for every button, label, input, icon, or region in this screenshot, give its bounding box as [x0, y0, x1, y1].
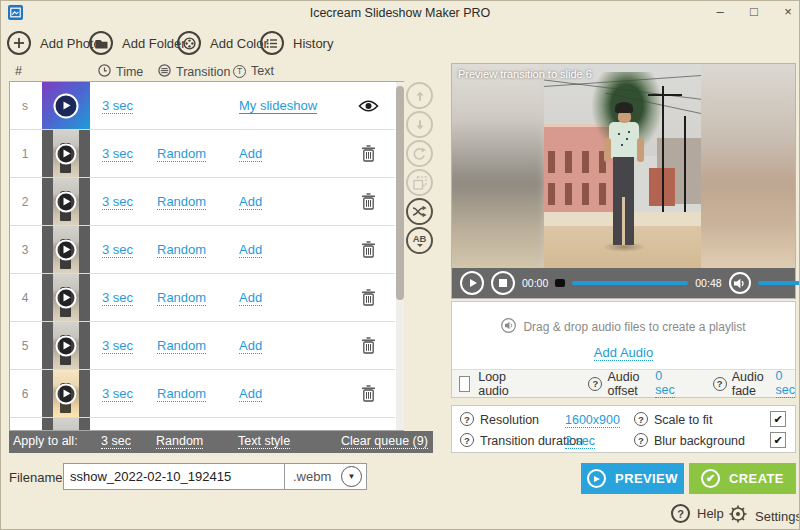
- move-down-button[interactable]: [406, 111, 433, 138]
- time-link[interactable]: 3 sec: [102, 146, 133, 162]
- scale-to-fit-checkbox[interactable]: ✔: [770, 411, 786, 427]
- time-link[interactable]: 3 sec: [102, 242, 133, 258]
- play-button[interactable]: [460, 271, 484, 295]
- play-overlay-icon[interactable]: [56, 383, 77, 404]
- filename-input[interactable]: [63, 463, 285, 490]
- slideshow-thumbnail[interactable]: [42, 82, 90, 129]
- slide-thumbnail[interactable]: [42, 418, 90, 430]
- preview-button[interactable]: PREVIEW: [581, 463, 684, 494]
- dropdown-arrow-icon[interactable]: ▼: [341, 466, 362, 487]
- play-circle-icon: [587, 469, 606, 488]
- slide-thumbnail[interactable]: [42, 178, 90, 225]
- settings-button[interactable]: Settings: [728, 504, 800, 528]
- text-add-link[interactable]: Add: [239, 386, 262, 402]
- stop-button[interactable]: [491, 271, 515, 295]
- text-add-link[interactable]: Add: [239, 242, 262, 258]
- apply-time-link[interactable]: 3 sec: [101, 434, 131, 449]
- trash-icon[interactable]: [361, 145, 376, 166]
- seek-track[interactable]: [572, 281, 688, 285]
- audio-offset-value-link[interactable]: 0 sec: [655, 369, 674, 398]
- time-link[interactable]: 3 sec: [102, 194, 133, 210]
- text-add-link[interactable]: Add: [239, 290, 262, 306]
- transition-link[interactable]: Random: [157, 194, 206, 210]
- transition-link[interactable]: Random: [157, 290, 206, 306]
- apply-text-style-link[interactable]: Text style: [238, 434, 290, 449]
- text-add-link[interactable]: Add: [239, 194, 262, 210]
- transition-duration-help-icon[interactable]: ?: [460, 433, 474, 447]
- minimize-button[interactable]: –: [709, 3, 731, 21]
- trash-icon[interactable]: [361, 193, 376, 214]
- blur-background-help-icon[interactable]: ?: [634, 433, 648, 447]
- clear-queue-link[interactable]: Clear queue (9): [341, 434, 428, 449]
- slideshow-title-row: s 3 sec My slideshow: [10, 82, 395, 130]
- slideshow-time-link[interactable]: 3 sec: [102, 98, 133, 114]
- scale-to-fit-label: Scale to fit: [654, 413, 712, 427]
- trash-icon[interactable]: [361, 241, 376, 262]
- loop-audio-checkbox[interactable]: ✔: [459, 376, 470, 392]
- slide-queue-table: s 3 sec My slideshow 1 3 sec Random Add: [9, 81, 404, 431]
- play-overlay-icon[interactable]: [56, 335, 77, 356]
- slide-thumbnail[interactable]: [42, 370, 90, 417]
- mute-button[interactable]: [729, 272, 751, 294]
- transition-link[interactable]: Random: [157, 338, 206, 354]
- transition-link[interactable]: Random: [157, 146, 206, 162]
- preview-video-frame[interactable]: Preview transition to slide 6: [452, 64, 795, 268]
- audio-offset-help-icon[interactable]: ?: [588, 377, 602, 391]
- eye-icon[interactable]: [358, 99, 379, 117]
- slide-thumbnail[interactable]: [42, 274, 90, 321]
- slide-thumbnail[interactable]: [42, 130, 90, 177]
- trash-icon[interactable]: [361, 385, 376, 406]
- photo-pole: [662, 86, 664, 216]
- slide-thumbnail[interactable]: [42, 322, 90, 369]
- rotate-button[interactable]: [406, 140, 433, 167]
- add-audio-link[interactable]: Add Audio: [594, 345, 653, 361]
- resolution-value-link[interactable]: 1600x900: [565, 413, 620, 428]
- time-link[interactable]: 3 sec: [102, 290, 133, 306]
- help-button[interactable]: ? Help: [671, 504, 724, 523]
- scale-to-fit-help-icon[interactable]: ?: [634, 412, 648, 426]
- move-up-button[interactable]: [406, 82, 433, 109]
- apply-to-all-bar: Apply to all: 3 sec Random Text style Cl…: [9, 431, 433, 453]
- audio-fade-help-icon[interactable]: ?: [713, 377, 727, 391]
- seek-handle[interactable]: [555, 279, 565, 287]
- add-photo-button[interactable]: Add Photo: [7, 31, 101, 55]
- resolution-help-icon[interactable]: ?: [460, 412, 474, 426]
- duplicate-button[interactable]: [406, 169, 433, 196]
- transition-duration-value-link[interactable]: 2 sec: [565, 434, 595, 449]
- volume-track[interactable]: [758, 281, 800, 285]
- add-color-button[interactable]: Add Color: [177, 31, 268, 55]
- text-add-link[interactable]: Add: [239, 146, 262, 162]
- close-button[interactable]: ×: [777, 3, 799, 21]
- apply-transition-link[interactable]: Random: [156, 434, 203, 449]
- trash-icon[interactable]: [361, 337, 376, 358]
- play-overlay-icon[interactable]: [54, 93, 79, 118]
- row-number: 4: [10, 274, 40, 321]
- trash-icon[interactable]: [361, 289, 376, 310]
- table-scrollbar[interactable]: [396, 82, 404, 430]
- play-overlay-icon[interactable]: [56, 239, 77, 260]
- slideshow-title-link[interactable]: My slideshow: [239, 98, 317, 114]
- transition-link[interactable]: Random: [157, 386, 206, 402]
- add-folder-button[interactable]: Add Folder: [89, 31, 186, 55]
- extension-dropdown[interactable]: .webm ▼: [284, 463, 367, 490]
- photo-boy: [637, 138, 644, 162]
- filename-label: Filename:: [9, 470, 66, 485]
- play-overlay-icon[interactable]: [56, 191, 77, 212]
- text-add-link[interactable]: Add: [239, 338, 262, 354]
- time-link[interactable]: 3 sec: [102, 386, 133, 402]
- header-transition-label: Transition: [176, 65, 230, 79]
- play-overlay-icon[interactable]: [56, 143, 77, 164]
- slide-thumbnail[interactable]: [42, 226, 90, 273]
- scrollbar-thumb[interactable]: [396, 86, 404, 300]
- blur-background-checkbox[interactable]: ✔: [770, 432, 786, 448]
- play-overlay-icon[interactable]: [56, 287, 77, 308]
- shuffle-button[interactable]: [406, 198, 433, 225]
- ab-transition-button[interactable]: AB: [406, 227, 433, 254]
- create-button[interactable]: ✔ CREATE: [689, 463, 796, 494]
- time-link[interactable]: 3 sec: [102, 338, 133, 354]
- transition-link[interactable]: Random: [157, 242, 206, 258]
- maximize-button[interactable]: □: [743, 3, 765, 21]
- history-button[interactable]: History: [260, 31, 333, 55]
- audio-fade-value-link[interactable]: 0 sec: [776, 369, 795, 398]
- volume-slider[interactable]: [758, 279, 800, 287]
